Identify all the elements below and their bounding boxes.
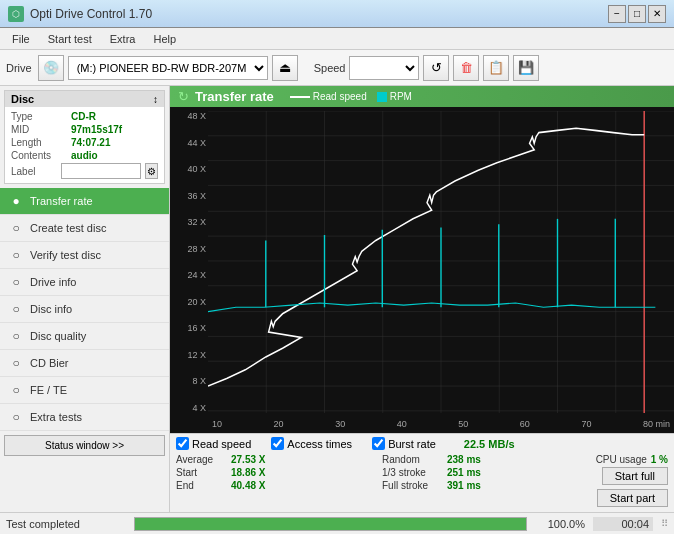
label-key: Label (11, 166, 57, 177)
disc-header-label: Disc (11, 93, 34, 105)
chart-icon: ↻ (178, 89, 189, 104)
copy-button[interactable]: 📋 (483, 55, 509, 81)
label-input[interactable] (61, 163, 141, 179)
burst-rate-checkbox-text: Burst rate (388, 438, 436, 450)
access-times-checkbox[interactable] (271, 437, 284, 450)
legend-read-speed: Read speed (290, 91, 367, 102)
time-display: 00:04 (593, 517, 653, 531)
fullstroke-value: 391 ms (447, 480, 481, 491)
y-label-8: 8 X (192, 376, 206, 386)
menu-start-test[interactable]: Start test (40, 31, 100, 47)
legend-rpm-label: RPM (390, 91, 412, 102)
random-label: Random (382, 454, 447, 465)
nav-verify-test-disc[interactable]: ○ Verify test disc (0, 242, 169, 269)
mid-value: 97m15s17f (71, 124, 122, 135)
stroke1-value: 251 ms (447, 467, 481, 478)
start-row: Start 18.86 X (176, 467, 382, 478)
start-value: 18.86 X (231, 467, 265, 478)
nav-disc-info[interactable]: ○ Disc info (0, 296, 169, 323)
drive-label: Drive (6, 62, 32, 74)
y-label-36: 36 X (187, 191, 206, 201)
mid-key: MID (11, 124, 71, 135)
sidebar: Disc ↕ Type CD-R MID 97m15s17f Length 74… (0, 86, 170, 512)
save-button[interactable]: 💾 (513, 55, 539, 81)
y-label-48: 48 X (187, 111, 206, 121)
statusbar: Test completed 100.0% 00:04 ⠿ (0, 512, 674, 534)
x-label-30: 30 (335, 419, 345, 429)
x-label-80: 80 min (643, 419, 670, 429)
stroke1-row: 1/3 stroke 251 ms (382, 467, 588, 478)
eject-button[interactable]: ⏏ (272, 55, 298, 81)
disc-length-row: Length 74:07.21 (11, 137, 158, 148)
nav-transfer-rate[interactable]: ● Transfer rate (0, 188, 169, 215)
label-settings-button[interactable]: ⚙ (145, 163, 158, 179)
minimize-button[interactable]: − (608, 5, 626, 23)
nav-create-test-disc-label: Create test disc (30, 222, 106, 234)
drive-info-icon: ○ (8, 274, 24, 290)
y-label-28: 28 X (187, 244, 206, 254)
close-button[interactable]: ✕ (648, 5, 666, 23)
start-full-button[interactable]: Start full (602, 467, 668, 485)
main-area: Disc ↕ Type CD-R MID 97m15s17f Length 74… (0, 86, 674, 512)
erase-button[interactable]: 🗑 (453, 55, 479, 81)
nav-fe-te[interactable]: ○ FE / TE (0, 377, 169, 404)
nav-fe-te-label: FE / TE (30, 384, 67, 396)
status-window-button[interactable]: Status window >> (4, 435, 165, 456)
disc-collapse-icon[interactable]: ↕ (153, 94, 158, 105)
resize-handle[interactable]: ⠿ (661, 518, 668, 529)
menu-extra[interactable]: Extra (102, 31, 144, 47)
y-label-4: 4 X (192, 403, 206, 413)
nav-transfer-rate-label: Transfer rate (30, 195, 93, 207)
type-key: Type (11, 111, 71, 122)
fe-te-icon: ○ (8, 382, 24, 398)
burst-rate-checkbox[interactable] (372, 437, 385, 450)
y-label-44: 44 X (187, 138, 206, 148)
nav-cd-bier[interactable]: ○ CD Bier (0, 350, 169, 377)
read-speed-checkbox[interactable] (176, 437, 189, 450)
refresh-button[interactable]: ↺ (423, 55, 449, 81)
read-speed-checkbox-label[interactable]: Read speed (176, 437, 251, 450)
legend-cyan-box (377, 92, 387, 102)
progress-bar-fill (135, 518, 526, 530)
app-icon: ⬡ (8, 6, 24, 22)
nav-create-test-disc[interactable]: ○ Create test disc (0, 215, 169, 242)
nav-drive-info[interactable]: ○ Drive info (0, 269, 169, 296)
cpu-row: CPU usage 1 % (596, 454, 668, 465)
disc-panel: Disc ↕ Type CD-R MID 97m15s17f Length 74… (4, 90, 165, 184)
burst-rate-checkbox-label[interactable]: Burst rate (372, 437, 436, 450)
disc-label-row: Label ⚙ (11, 163, 158, 179)
legend-read-speed-label: Read speed (313, 91, 367, 102)
fullstroke-row: Full stroke 391 ms (382, 480, 588, 491)
x-label-60: 60 (520, 419, 530, 429)
speed-label: Speed (314, 62, 346, 74)
burst-rate-value: 22.5 MB/s (464, 438, 515, 450)
drive-icon-btn[interactable]: 💿 (38, 55, 64, 81)
titlebar-controls: − □ ✕ (608, 5, 666, 23)
transfer-rate-icon: ● (8, 193, 24, 209)
drive-select[interactable]: (M:) PIONEER BD-RW BDR-207M 1.60 (68, 56, 268, 80)
app-title: Opti Drive Control 1.70 (30, 7, 152, 21)
end-label: End (176, 480, 231, 491)
average-label: Average (176, 454, 231, 465)
access-times-checkbox-label[interactable]: Access times (271, 437, 352, 450)
average-row: Average 27.53 X (176, 454, 382, 465)
create-disc-icon: ○ (8, 220, 24, 236)
disc-type-row: Type CD-R (11, 111, 158, 122)
nav-extra-tests[interactable]: ○ Extra tests (0, 404, 169, 431)
menu-help[interactable]: Help (145, 31, 184, 47)
maximize-button[interactable]: □ (628, 5, 646, 23)
chart-container: 48 X 44 X 40 X 36 X 32 X 28 X 24 X 20 X … (170, 107, 674, 433)
chart-title: Transfer rate (195, 89, 274, 104)
checkboxes-row: Read speed Access times Burst rate 22.5 … (176, 437, 668, 450)
stats-rows: Average 27.53 X Start 18.86 X End 40.48 … (176, 454, 668, 509)
nav-disc-quality[interactable]: ○ Disc quality (0, 323, 169, 350)
y-label-12: 12 X (187, 350, 206, 360)
y-label-40: 40 X (187, 164, 206, 174)
extra-tests-icon: ○ (8, 409, 24, 425)
nav-container: ● Transfer rate ○ Create test disc ○ Ver… (0, 188, 169, 431)
start-part-button[interactable]: Start part (597, 489, 668, 507)
menubar: File Start test Extra Help (0, 28, 674, 50)
menu-file[interactable]: File (4, 31, 38, 47)
speed-select[interactable] (349, 56, 419, 80)
stroke1-label: 1/3 stroke (382, 467, 447, 478)
